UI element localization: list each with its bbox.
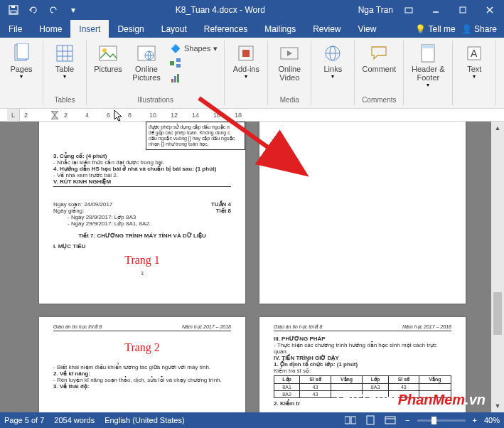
header-footer-button[interactable]: Header & Footer ▾ (408, 42, 448, 90)
chevron-down-icon: ▾ (63, 73, 66, 80)
cursor-icon (114, 109, 124, 122)
page-indicator[interactable]: Page 5 of 7 (4, 416, 44, 424)
svg-rect-9 (17, 43, 28, 59)
svg-rect-33 (422, 45, 434, 48)
ribbon-tabs: File Home Insert Design Layout Reference… (0, 20, 504, 38)
document-page[interactable]: Giáo án tin học thiết 8 Năm học 2017 – 2… (39, 317, 245, 412)
chart-icon (170, 73, 181, 84)
text-button[interactable]: A Text ▾ (457, 42, 491, 81)
symbols-button[interactable]: Ω Symbols ▾ (500, 42, 504, 81)
group-text: A Text ▾ (453, 41, 496, 105)
svg-rect-40 (385, 417, 395, 424)
svg-rect-25 (177, 74, 179, 82)
ribbon: Pages ▾ Table ▾ Tables Pictures Online P… (0, 38, 504, 109)
svg-rect-1 (11, 11, 16, 14)
minimize-icon[interactable] (424, 0, 447, 20)
online-pictures-button[interactable]: Online Pictures (128, 42, 165, 83)
tab-home[interactable]: Home (31, 20, 70, 38)
pictures-icon (98, 43, 118, 63)
zoom-level[interactable]: 40% (484, 416, 500, 424)
svg-rect-3 (405, 8, 412, 13)
tab-layout[interactable]: Layout (153, 20, 195, 38)
tab-references[interactable]: References (195, 20, 256, 38)
group-label-comments: Comments (362, 96, 396, 104)
qat-customize-icon[interactable]: ▾ (64, 1, 82, 19)
tab-review[interactable]: Review (304, 20, 349, 38)
comment-button[interactable]: Comment (359, 42, 399, 75)
scroll-up-icon[interactable]: ▲ (491, 122, 504, 134)
svg-rect-10 (57, 46, 73, 61)
tab-view[interactable]: View (350, 20, 385, 38)
document-scroll[interactable]: được phép sử dụng cặp dấu ngoặc n để gộp… (0, 122, 491, 412)
chevron-down-icon: ▾ (427, 82, 429, 88)
tab-design[interactable]: Design (109, 20, 152, 38)
ruler-corner: L (7, 109, 20, 122)
chevron-down-icon: ▾ (20, 73, 23, 80)
group-pages: Pages ▾ (0, 41, 43, 105)
group-comments: Comment Comments (355, 41, 404, 105)
undo-icon[interactable] (24, 1, 43, 19)
tab-insert[interactable]: Insert (70, 20, 109, 38)
document-page[interactable]: được phép sử dụng cặp dấu ngoặc n để gộp… (39, 122, 245, 304)
table-icon (55, 43, 75, 63)
video-icon (279, 43, 299, 63)
pictures-button[interactable]: Pictures (91, 42, 125, 75)
links-button[interactable]: Links ▾ (316, 42, 350, 81)
read-mode-icon[interactable] (343, 414, 358, 427)
scroll-down-icon[interactable]: ▼ (491, 400, 504, 412)
pages-button[interactable]: Pages ▾ (4, 42, 38, 81)
chart-button[interactable] (168, 72, 220, 85)
save-icon[interactable] (4, 1, 23, 19)
redo-icon[interactable] (44, 1, 63, 19)
svg-rect-15 (100, 46, 117, 60)
online-video-button[interactable]: Online Video (272, 42, 306, 83)
group-label-illustrations: Illustrations (137, 96, 173, 104)
group-media: Online Video Media (268, 41, 311, 105)
language-indicator[interactable]: English (United States) (104, 416, 185, 424)
table-button[interactable]: Table ▾ (48, 42, 82, 81)
zoom-in-icon[interactable]: + (470, 416, 480, 424)
vertical-scrollbar[interactable]: ▲ ▼ (491, 122, 504, 412)
ribbon-display-icon[interactable] (397, 0, 420, 20)
header-footer-icon (418, 43, 438, 63)
chevron-down-icon: ▾ (331, 73, 334, 80)
group-addins: Add-ins ▾ (225, 41, 268, 105)
close-icon[interactable] (478, 0, 501, 20)
svg-text:A: A (471, 48, 478, 59)
comment-icon (369, 43, 389, 63)
svg-rect-37 (345, 417, 350, 424)
group-symbols: Ω Symbols ▾ (496, 41, 504, 105)
document-title: K8_Tuan 4.docx - Word (82, 5, 358, 15)
zoom-slider[interactable] (417, 419, 466, 422)
tell-me[interactable]: 💡 Tell me (415, 24, 455, 34)
watermark: ThuThuatPhanMem.vn (333, 392, 486, 408)
svg-rect-22 (176, 64, 181, 68)
horizontal-ruler[interactable]: L 2 2 4 6 8 10 12 14 16 18 (0, 109, 504, 122)
text-box[interactable]: được phép sử dụng cặp dấu ngoặc n để gộp… (146, 122, 245, 150)
document-page-blank[interactable] (259, 122, 466, 304)
svg-rect-20 (170, 61, 174, 65)
group-header-footer: Header & Footer ▾ (404, 41, 453, 105)
svg-rect-27 (242, 50, 250, 57)
smartart-button[interactable] (168, 57, 220, 70)
share-button[interactable]: 👤 Share (461, 24, 497, 34)
status-bar: Page 5 of 7 2054 words English (United S… (0, 412, 504, 428)
web-layout-icon[interactable] (382, 414, 398, 427)
link-icon (323, 43, 343, 63)
shapes-button[interactable]: 🔷Shapes ▾ (168, 42, 220, 55)
indent-marker-icon[interactable] (51, 111, 58, 119)
word-count[interactable]: 2054 words (54, 416, 95, 424)
zoom-thumb[interactable] (431, 417, 436, 424)
tab-file[interactable]: File (0, 20, 31, 38)
chevron-down-icon: ▾ (245, 73, 247, 80)
online-pictures-icon (136, 43, 156, 63)
zoom-out-icon[interactable]: − (402, 416, 412, 424)
svg-rect-5 (460, 7, 466, 13)
tab-mailings[interactable]: Mailings (256, 20, 304, 38)
scrollbar-thumb[interactable] (493, 292, 502, 335)
print-layout-icon[interactable] (363, 414, 378, 427)
addins-button[interactable]: Add-ins ▾ (229, 42, 263, 81)
maximize-icon[interactable] (451, 0, 474, 20)
user-name[interactable]: Nga Tran (358, 5, 393, 15)
svg-rect-38 (351, 417, 356, 424)
